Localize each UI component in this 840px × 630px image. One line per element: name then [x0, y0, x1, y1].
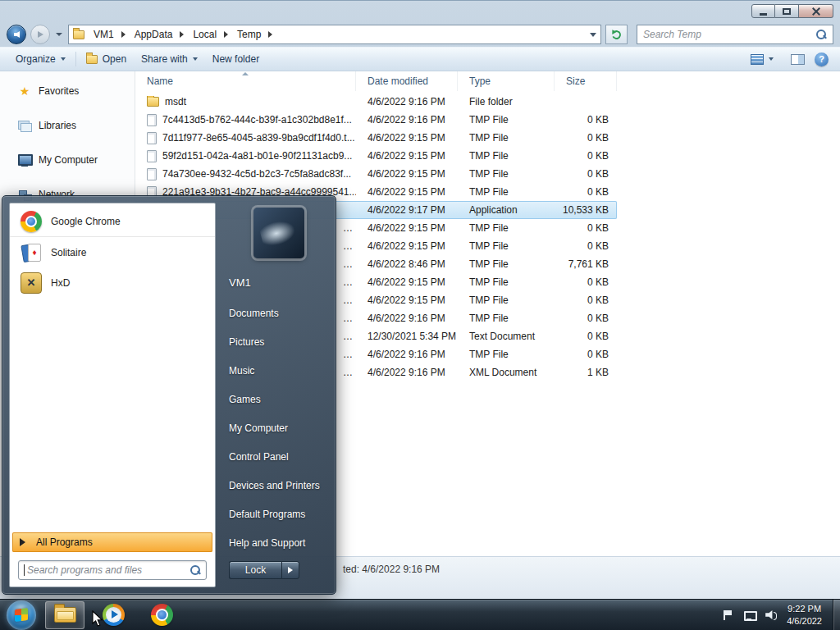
start-menu-places: DocumentsPicturesMusicGamesMy ComputerCo…	[229, 299, 329, 557]
file-row[interactable]: msdt 4/6/2022 9:16 PM File folder	[135, 93, 617, 111]
title-bar[interactable]	[0, 1, 840, 22]
new-folder-button[interactable]: New folder	[205, 49, 267, 69]
sidebar-item[interactable]: My Computer	[0, 150, 135, 170]
change-view-button[interactable]	[743, 49, 781, 69]
breadcrumb-item[interactable]: Temp	[231, 25, 276, 43]
minimize-button[interactable]	[751, 4, 775, 18]
file-size: 10,533 KB	[555, 204, 617, 216]
start-menu-place[interactable]: Control Panel	[229, 442, 329, 471]
column-header-date-modified[interactable]: Date modified	[356, 71, 458, 91]
close-button[interactable]	[799, 4, 833, 18]
clock-time: 9:22 PM	[787, 603, 822, 615]
file-name-cell: 74a730ee-9432-4c5d-b2c3-7c5fa8adc83f...	[135, 168, 356, 180]
column-header-type[interactable]: Type	[458, 71, 555, 91]
help-button[interactable]	[815, 52, 829, 66]
start-menu-place[interactable]: Help and Support	[229, 528, 329, 557]
all-programs-button[interactable]: All Programs	[12, 532, 212, 552]
share-with-button[interactable]: Share with	[134, 49, 205, 69]
file-date-modified: 4/6/2022 9:16 PM	[356, 313, 458, 324]
sidebar-item-icon	[18, 119, 31, 132]
taskbar-chrome-button[interactable]	[142, 601, 181, 629]
open-button[interactable]: Open	[79, 49, 134, 69]
preview-pane-button[interactable]	[791, 54, 805, 65]
file-type: TMP File	[458, 150, 555, 162]
user-name[interactable]: VM1	[229, 276, 329, 289]
file-name: 7d11f977-8e65-4045-a839-9ba9cdf1f4d0.t..…	[162, 132, 356, 144]
arrow-right-icon	[288, 567, 293, 573]
start-menu-place[interactable]: Devices and Printers	[229, 471, 329, 500]
file-date-modified: 4/6/2022 9:15 PM	[356, 276, 458, 288]
start-menu-program[interactable]: HxD	[10, 267, 215, 298]
sidebar-item[interactable]: Libraries	[0, 116, 135, 135]
volume-icon[interactable]	[765, 609, 778, 622]
system-tray: 9:22 PM 4/6/2022	[720, 600, 840, 630]
refresh-button[interactable]	[605, 25, 628, 44]
program-icon	[21, 242, 42, 263]
forward-button[interactable]	[30, 25, 50, 44]
start-menu-place[interactable]: Documents	[229, 299, 329, 327]
sidebar-item-label: My Computer	[39, 154, 98, 166]
start-menu-place[interactable]: Default Programs	[229, 500, 329, 528]
network-icon[interactable]	[742, 609, 756, 622]
address-bar[interactable]: VM1AppDataLocalTemp	[68, 25, 601, 44]
user-avatar[interactable]	[253, 208, 304, 258]
column-header-name[interactable]: Name	[135, 71, 356, 91]
file-row[interactable]: 7d11f977-8e65-4045-a839-9ba9cdf1f4d0.t..…	[135, 129, 617, 147]
start-search-input[interactable]: Search programs and files	[18, 560, 207, 580]
taskbar-clock[interactable]: 9:22 PM 4/6/2022	[787, 603, 822, 628]
file-size: 0 KB	[555, 150, 617, 162]
start-button[interactable]	[7, 600, 36, 630]
file-size: 0 KB	[555, 349, 617, 360]
start-menu-program[interactable]: Solitaire	[10, 237, 215, 267]
file-date-modified: 4/6/2022 9:15 PM	[356, 240, 458, 252]
file-row[interactable]: 74a730ee-9432-4c5d-b2c3-7c5fa8adc83f... …	[135, 165, 617, 183]
close-icon	[812, 7, 820, 16]
action-center-icon[interactable]	[720, 609, 733, 622]
maximize-button[interactable]	[775, 4, 799, 18]
start-menu-place[interactable]: Pictures	[229, 327, 329, 356]
search-box[interactable]: Search Temp	[637, 25, 833, 44]
file-row[interactable]: 59f2d151-042a-4a81-b01e-90f21131acb9... …	[135, 147, 617, 165]
file-type: TMP File	[458, 240, 555, 252]
column-header-size[interactable]: Size	[555, 71, 617, 91]
status-text: ted: 4/6/2022 9:16 PM	[343, 564, 440, 575]
start-menu-spacer	[10, 298, 215, 532]
command-toolbar: Organize Open Share with New folder	[0, 47, 840, 71]
start-search-placeholder: Search programs and files	[27, 564, 142, 576]
file-type: XML Document	[458, 367, 555, 378]
clock-date: 4/6/2022	[787, 615, 822, 628]
explorer-folder-icon	[54, 607, 76, 623]
file-name-cell: 59f2d151-042a-4a81-b01e-90f21131acb9...	[135, 150, 356, 162]
back-button[interactable]	[7, 25, 26, 44]
breadcrumb-item[interactable]: AppData	[129, 25, 188, 43]
file-type: TMP File	[458, 114, 555, 126]
breadcrumb-item[interactable]: VM1	[88, 25, 129, 43]
search-icon	[189, 564, 201, 576]
breadcrumb-item[interactable]: Local	[187, 25, 231, 43]
program-label: HxD	[51, 277, 70, 289]
minimize-icon	[760, 13, 767, 16]
start-menu-program[interactable]: Google Chrome	[10, 207, 215, 237]
file-date-modified: 12/30/2021 5:34 PM	[356, 331, 458, 342]
show-desktop-button[interactable]	[833, 600, 840, 630]
breadcrumb: VM1AppDataLocalTemp	[88, 25, 276, 43]
shutdown-options-button[interactable]	[281, 561, 299, 579]
chevron-down-icon	[193, 57, 198, 61]
address-history-dropdown-icon[interactable]	[590, 33, 596, 37]
start-menu-place[interactable]: Games	[229, 385, 329, 413]
start-menu-place[interactable]: Music	[229, 356, 329, 385]
recent-pages-dropdown-icon[interactable]	[56, 33, 62, 36]
program-icon	[21, 211, 42, 232]
file-date-modified: 4/6/2022 9:15 PM	[356, 168, 458, 180]
organize-button[interactable]: Organize	[8, 49, 73, 69]
file-date-modified: 4/6/2022 8:46 PM	[356, 258, 458, 270]
lock-button[interactable]: Lock	[229, 561, 281, 579]
sidebar-item[interactable]: Favorites	[0, 81, 135, 101]
file-date-modified: 4/6/2022 9:16 PM	[356, 349, 458, 360]
start-menu-place[interactable]: My Computer	[229, 413, 329, 442]
file-size: 0 KB	[555, 132, 617, 144]
file-row[interactable]: 7c4413d5-b762-444c-b39f-a1c302bd8e1f... …	[135, 111, 617, 129]
program-label: Google Chrome	[51, 216, 121, 227]
taskbar-explorer-button[interactable]	[45, 601, 84, 629]
share-with-label: Share with	[141, 53, 188, 65]
